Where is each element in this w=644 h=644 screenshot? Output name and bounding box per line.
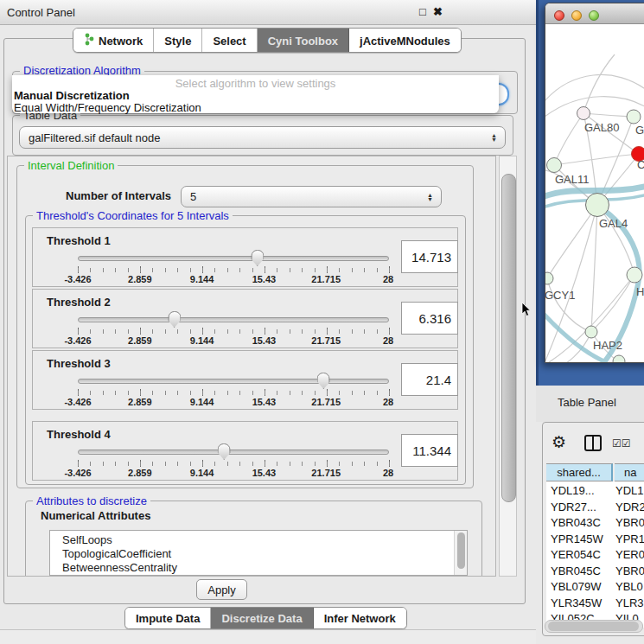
- tab-infer-network[interactable]: Infer Network: [314, 608, 406, 628]
- table-row[interactable]: YBR045CYBR0: [546, 564, 644, 580]
- bottom-strip: [0, 629, 536, 644]
- threshold-1-value-field[interactable]: 14.713: [401, 240, 458, 273]
- column-header-shared-name[interactable]: shared...: [546, 463, 613, 481]
- close-icon[interactable]: ✖: [433, 5, 443, 18]
- slider-scale: -3.4262.8599.14415.4321.71528: [78, 274, 388, 284]
- node-label: GAL11: [555, 173, 590, 186]
- list-scrollbar[interactable]: [454, 531, 467, 575]
- settings-scroll-viewport: Interval Definition Number of Intervals …: [7, 156, 496, 577]
- settings-scrollbar-thumb[interactable]: [501, 174, 516, 502]
- control-panel-titlebar: Control Panel □ ✖: [0, 0, 536, 25]
- tab-style-label: Style: [164, 35, 191, 48]
- slider-handle[interactable]: [251, 250, 264, 266]
- table-row[interactable]: YPR145WYPR1: [546, 532, 644, 548]
- close-traffic-light[interactable]: [554, 10, 564, 21]
- tab-style[interactable]: Style: [154, 29, 202, 52]
- tab-jactivemnodules[interactable]: jActiveMNodules: [349, 29, 461, 52]
- tab-cyni-toolbox[interactable]: Cyni Toolbox: [258, 29, 349, 52]
- cyni-bottom-tabs: Impute Data Discretize Data Infer Networ…: [124, 607, 407, 629]
- threshold-2-slider[interactable]: [78, 311, 389, 328]
- numerical-attributes-list: SelfLoops TopologicalCoefficient Between…: [49, 530, 468, 576]
- table-horizontal-scrollbar-thumb[interactable]: [548, 622, 639, 631]
- slider-track[interactable]: [78, 256, 389, 261]
- table-row[interactable]: YBL079WYBL0: [546, 579, 644, 596]
- split-column-icon[interactable]: [584, 435, 602, 451]
- node-label: H: [636, 285, 644, 298]
- node-partial-top-right[interactable]: [627, 110, 641, 124]
- threshold-4-slider[interactable]: [78, 443, 389, 461]
- threshold-1-panel: Threshold 1 -3.4262.8599.14415.4321.7152…: [32, 227, 458, 287]
- mouse-cursor: [521, 303, 532, 318]
- minimize-traffic-light[interactable]: [571, 10, 582, 21]
- gear-icon[interactable]: ⚙: [552, 434, 566, 450]
- list-item[interactable]: SelfLoops: [50, 531, 467, 547]
- algorithm-option-manual[interactable]: Manual Discretization: [14, 89, 130, 102]
- node-label: GA: [635, 124, 644, 137]
- node-gal11[interactable]: [547, 158, 562, 173]
- threshold-4-panel: Threshold 4 -3.4262.8599.14415.4321.7152…: [32, 421, 458, 481]
- table-data-value: galFiltered.sif default node: [29, 131, 160, 144]
- table-row[interactable]: YER054CYER0: [546, 547, 644, 564]
- float-window-icon[interactable]: □: [419, 5, 426, 18]
- slider-track[interactable]: [78, 450, 389, 455]
- tab-impute-label: Impute Data: [136, 612, 200, 625]
- list-item[interactable]: BetweennessCentrality: [50, 561, 467, 575]
- algorithm-placeholder-option[interactable]: Select algorithm to view settings: [12, 77, 499, 90]
- slider-handle[interactable]: [218, 443, 231, 460]
- table-data-combobox[interactable]: galFiltered.sif default node ▲▼: [19, 126, 506, 149]
- tab-network[interactable]: Network: [73, 29, 154, 52]
- attributes-group-title: Attributes to discretize: [33, 494, 150, 507]
- table-row[interactable]: YDL19...YDL1: [546, 483, 644, 500]
- threshold-1-slider[interactable]: [78, 250, 389, 267]
- node-gal80[interactable]: [577, 107, 590, 120]
- node-partial-bottom[interactable]: [613, 355, 625, 362]
- number-of-intervals-value: 5: [190, 190, 196, 203]
- slider-handle[interactable]: [317, 373, 330, 389]
- node-label: HAP2: [593, 339, 622, 352]
- slider-minor-ticks: [78, 268, 390, 272]
- column-header-name[interactable]: na: [615, 463, 644, 481]
- table-row[interactable]: YBR043CYBR0: [546, 515, 644, 532]
- table-row[interactable]: YDR27...YDR2: [546, 500, 644, 516]
- select-columns-icon[interactable]: ☑☑: [612, 437, 631, 450]
- threshold-4-label: Threshold 4: [47, 428, 111, 441]
- number-of-intervals-combobox[interactable]: 5 ▲▼: [181, 186, 442, 207]
- list-scrollbar-thumb[interactable]: [457, 532, 465, 569]
- network-window-titlebar[interactable]: [545, 3, 644, 24]
- thresholds-group-title: Threshold's Coordinates for 5 Intervals: [33, 209, 233, 222]
- table-horizontal-scrollbar[interactable]: [545, 620, 643, 633]
- slider-handle[interactable]: [168, 311, 181, 328]
- tab-cyni-label: Cyni Toolbox: [268, 35, 338, 48]
- node-gal4[interactable]: [586, 194, 609, 217]
- table-row[interactable]: YLR345WYLR3: [546, 596, 644, 612]
- zoom-traffic-light[interactable]: [589, 10, 599, 21]
- tab-impute-data[interactable]: Impute Data: [125, 608, 211, 628]
- threshold-2-value-field[interactable]: 6.316: [401, 302, 458, 335]
- slider-track[interactable]: [78, 379, 389, 384]
- node-hap2[interactable]: [585, 326, 597, 338]
- node-gcy1[interactable]: [545, 272, 553, 284]
- tab-select[interactable]: Select: [202, 29, 257, 52]
- threshold-3-slider[interactable]: [78, 373, 389, 390]
- threshold-3-panel: Threshold 3 -3.4262.8599.14415.4321.7152…: [32, 350, 458, 410]
- node-h[interactable]: [627, 267, 642, 283]
- network-canvas[interactable]: GAL80 GA C GAL11 GAL4 GCY1 H HAP2: [545, 23, 644, 362]
- threshold-4-value-field[interactable]: 11.344: [401, 434, 458, 467]
- number-of-intervals-label: Number of Intervals: [66, 189, 171, 202]
- settings-scrollbar[interactable]: [499, 156, 517, 577]
- list-item[interactable]: TopologicalCoefficient: [50, 547, 467, 561]
- apply-button[interactable]: Apply: [196, 579, 247, 600]
- algorithm-option-equal-width[interactable]: Equal Width/Frequency Discretization: [14, 101, 201, 114]
- numerical-attributes-label: Numerical Attributes: [41, 509, 150, 522]
- column-header-label: na: [624, 466, 636, 479]
- tab-discretize-data[interactable]: Discretize Data: [211, 608, 313, 628]
- interval-definition-title: Interval Definition: [24, 159, 118, 172]
- network-icon: [84, 33, 94, 48]
- combo-arrows-icon: ▲▼: [427, 193, 433, 201]
- slider-track[interactable]: [78, 317, 389, 322]
- threshold-2-label: Threshold 2: [47, 296, 111, 309]
- threshold-3-label: Threshold 3: [47, 357, 111, 370]
- control-panel-tabs: Network Style Select Cyni Toolbox jActiv…: [73, 28, 462, 53]
- threshold-3-value-field[interactable]: 21.4: [401, 363, 458, 396]
- algorithm-dropdown-popup: Select algorithm to view settings Manual…: [12, 75, 499, 113]
